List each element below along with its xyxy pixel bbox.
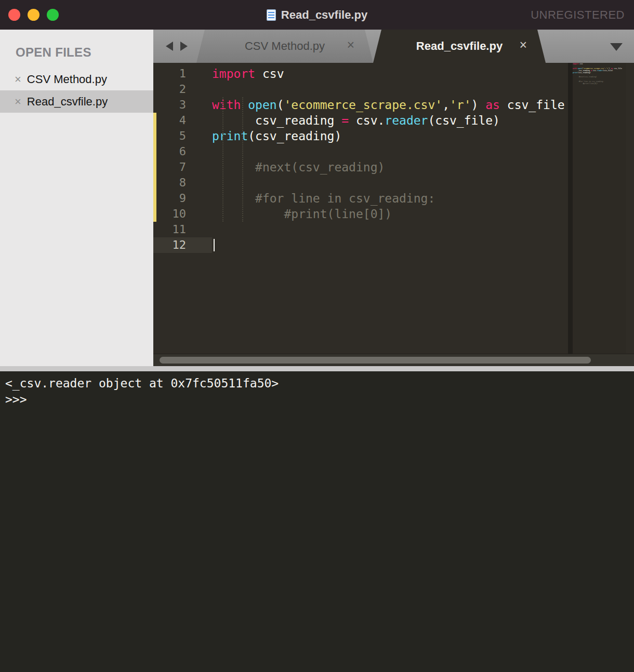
code-row: 3with open('ecommerce_scrape.csv','r') a… bbox=[153, 97, 634, 113]
window-controls bbox=[8, 0, 59, 30]
line-number: 6 bbox=[153, 144, 212, 159]
code-row: 12 bbox=[153, 237, 634, 253]
editor-scroll-gutter bbox=[568, 63, 573, 354]
app-window: Read_csvfile.py UNREGISTERED OPEN FILES … bbox=[0, 0, 634, 672]
tab-bar: CSV Method.py×Read_csvfile.py× bbox=[153, 30, 634, 63]
tab-forward-icon[interactable] bbox=[180, 42, 188, 51]
tab-label: CSV Method.py bbox=[245, 39, 325, 53]
line-number: 5 bbox=[153, 128, 212, 144]
code-line: print(csv_reading) bbox=[212, 128, 341, 144]
editor-pane: CSV Method.py×Read_csvfile.py× 1import c… bbox=[153, 30, 634, 366]
indent-guide bbox=[242, 97, 243, 222]
minimap-content: import csvwith open('ecommerce_scrape.cs… bbox=[573, 63, 626, 89]
code-line: #next(csv_reading) bbox=[573, 76, 597, 78]
code-row: 4 csv_reading = csv.reader(csv_file) bbox=[153, 113, 634, 128]
modified-lines-marker bbox=[153, 113, 156, 222]
code-row: 11 bbox=[153, 222, 634, 237]
tab-inactive[interactable]: CSV Method.py× bbox=[196, 30, 373, 63]
close-file-icon[interactable]: × bbox=[15, 96, 21, 107]
open-files-heading: OPEN FILES bbox=[0, 42, 153, 68]
titlebar: Read_csvfile.py UNREGISTERED bbox=[0, 0, 634, 30]
code-row: 1import csv bbox=[153, 66, 634, 82]
file-name: CSV Method.py bbox=[27, 73, 107, 86]
line-number: 2 bbox=[153, 82, 212, 97]
code-line: import csv bbox=[573, 63, 583, 65]
code-line: #next(csv_reading) bbox=[212, 159, 385, 175]
code-row: 6 bbox=[153, 144, 634, 159]
code-row: 2 bbox=[153, 82, 634, 97]
code-line: #print(line[0]) bbox=[573, 83, 598, 85]
file-name: Read_csvfile.py bbox=[27, 95, 108, 109]
line-number: 3 bbox=[153, 97, 212, 113]
minimap[interactable]: import csvwith open('ecommerce_scrape.cs… bbox=[573, 63, 626, 354]
tab-active[interactable]: Read_csvfile.py× bbox=[373, 30, 546, 63]
line-number: 8 bbox=[153, 175, 212, 191]
code-line: import csv bbox=[212, 66, 284, 82]
window-title-group: Read_csvfile.py bbox=[267, 8, 367, 22]
line-number: 7 bbox=[153, 159, 212, 175]
sidebar-file-item[interactable]: ×Read_csvfile.py bbox=[0, 90, 153, 113]
indent-guide bbox=[222, 97, 223, 222]
horizontal-scrollbar[interactable] bbox=[153, 354, 634, 366]
window-title: Read_csvfile.py bbox=[281, 8, 367, 22]
close-tab-icon[interactable]: × bbox=[347, 38, 354, 51]
close-window-button[interactable] bbox=[8, 9, 20, 21]
line-number: 11 bbox=[153, 222, 212, 237]
panel-divider[interactable] bbox=[0, 366, 634, 371]
code-line: with open('ecommerce_scrape.csv','r') as… bbox=[212, 97, 565, 113]
horizontal-scrollbar-handle[interactable] bbox=[160, 357, 591, 364]
document-icon bbox=[267, 9, 276, 21]
sidebar: OPEN FILES ×CSV Method.py×Read_csvfile.p… bbox=[0, 30, 153, 366]
console-output[interactable]: <_csv.reader object at 0x7fc50511fa50>>>… bbox=[0, 371, 634, 672]
code-line: #print(line[0]) bbox=[212, 206, 392, 222]
sidebar-file-item[interactable]: ×CSV Method.py bbox=[0, 68, 153, 90]
code-row: 9 #for line in csv_reading: bbox=[153, 191, 634, 206]
line-number: 4 bbox=[153, 113, 212, 128]
minimize-window-button[interactable] bbox=[28, 9, 39, 21]
open-files-list: ×CSV Method.py×Read_csvfile.py bbox=[0, 68, 153, 113]
console-line: <_csv.reader object at 0x7fc50511fa50> bbox=[5, 375, 629, 392]
line-number: 1 bbox=[153, 66, 212, 82]
text-cursor bbox=[214, 239, 215, 251]
registration-status: UNREGISTERED bbox=[531, 8, 625, 22]
line-number: 9 bbox=[153, 191, 212, 206]
code-line: csv_reading = csv.reader(csv_file) bbox=[212, 113, 500, 128]
console-line: >>> bbox=[5, 392, 629, 408]
line-number: 10 bbox=[153, 206, 212, 222]
code-editor[interactable]: 1import csv23with open('ecommerce_scrape… bbox=[153, 63, 634, 354]
code-row: 8 bbox=[153, 175, 634, 191]
tab-label: Read_csvfile.py bbox=[416, 39, 503, 53]
tab-back-icon[interactable] bbox=[166, 42, 173, 51]
tab-overflow-icon[interactable] bbox=[610, 43, 623, 51]
close-tab-icon[interactable]: × bbox=[519, 38, 527, 51]
close-file-icon[interactable]: × bbox=[15, 74, 21, 85]
code-line: #for line in csv_reading: bbox=[212, 191, 435, 206]
code-lines: 1import csv23with open('ecommerce_scrape… bbox=[153, 66, 634, 253]
code-row: 7 #next(csv_reading) bbox=[153, 159, 634, 175]
code-row: 5print(csv_reading) bbox=[153, 128, 634, 144]
main-area: OPEN FILES ×CSV Method.py×Read_csvfile.p… bbox=[0, 30, 634, 366]
code-line: print(csv_reading) bbox=[573, 72, 591, 74]
line-number: 12 bbox=[153, 237, 212, 253]
console-lines: <_csv.reader object at 0x7fc50511fa50>>>… bbox=[5, 375, 629, 408]
code-row: 10 #print(line[0]) bbox=[153, 206, 634, 222]
zoom-window-button[interactable] bbox=[47, 9, 59, 21]
